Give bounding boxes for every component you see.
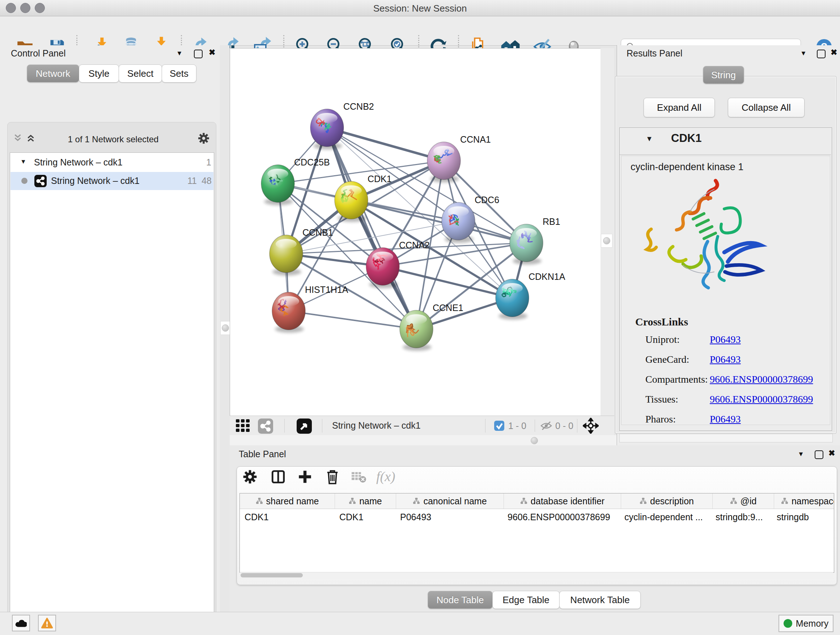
right-splitter-handle[interactable]	[601, 234, 613, 248]
left-splitter[interactable]	[220, 45, 230, 612]
panel-menu-button[interactable]: ▼	[800, 49, 807, 57]
tab-sets[interactable]: Sets	[162, 65, 196, 82]
table-row[interactable]: CDK1CDK1P064939606.ENSP00000378699cyclin…	[240, 509, 834, 525]
column-header-@id[interactable]: @id	[713, 494, 774, 509]
panel-float-button[interactable]	[194, 50, 202, 60]
table-cell: CDK1	[240, 512, 335, 523]
crosslink-tissues-link[interactable]: 9606.ENSP00000378699	[710, 394, 813, 405]
table-panel-title: Table Panel	[239, 449, 286, 459]
node-label-CCNA1: CCNA1	[460, 134, 491, 144]
panel-float-button[interactable]	[815, 450, 823, 461]
panel-close-button[interactable]: ✖	[829, 449, 835, 457]
network-node-CDKN1A[interactable]: CDKN1A	[496, 272, 565, 320]
crosslink-label: Compartments:	[645, 374, 708, 385]
crosslink-label: Pharos:	[645, 413, 676, 425]
selected-count: 1 - 0	[508, 421, 526, 431]
panel-menu-button[interactable]: ▼	[176, 49, 183, 57]
column-header-description[interactable]: description	[621, 494, 713, 509]
network-share-icon	[34, 175, 47, 187]
network-node-CCNB2[interactable]: CCNB2	[310, 101, 374, 149]
tab-style[interactable]: Style	[79, 65, 119, 82]
cloud-status-button[interactable]	[12, 615, 30, 631]
selected-checkbox-icon[interactable]	[494, 420, 505, 431]
column-header-database-identifier[interactable]: database identifier	[504, 494, 621, 509]
crosslink-genecard-link[interactable]: P06493	[710, 354, 741, 365]
network-view-toolbar: String Network – cdk1 1 - 0 0 - 0	[230, 416, 614, 435]
control-panel: Control Panel ▼ ✖ NetworkStyleSelectSets…	[0, 45, 220, 612]
application-window: Session: New Session	[0, 0, 840, 635]
network-list-options-button[interactable]	[197, 132, 210, 146]
crosslink-label: GeneCard:	[645, 354, 689, 365]
results-panel-title: Results Panel	[627, 48, 682, 59]
network-node-CDC6[interactable]: CDC6	[442, 195, 499, 243]
collapse-all-button[interactable]: Collapse All	[728, 98, 805, 117]
network-node-CDK1[interactable]: CDK1	[335, 174, 392, 222]
network-edge[interactable]	[289, 311, 416, 329]
crosslink-pharos-link[interactable]: P06493	[710, 413, 741, 425]
crosslink-compartments-link[interactable]: 9606.ENSP00000378699	[710, 374, 813, 385]
network-share-toggle-icon[interactable]	[258, 418, 273, 434]
table-settings-gear-icon[interactable]	[242, 469, 257, 485]
tab-node-table[interactable]: Node Table	[428, 591, 493, 609]
expand-all-networks-button[interactable]	[26, 133, 35, 144]
grid-view-icon[interactable]	[236, 419, 253, 432]
column-header-namespace[interactable]: namespace	[774, 494, 834, 509]
node-label-CCNA2: CCNA2	[399, 240, 430, 250]
network-node-CCNE1[interactable]: CCNE1	[400, 302, 463, 351]
node-label-CCNE1: CCNE1	[433, 302, 463, 313]
tab-edge-table[interactable]: Edge Table	[493, 591, 560, 609]
collapse-triangle-icon[interactable]: ▼	[20, 158, 27, 165]
scrollbar-thumb[interactable]	[240, 573, 303, 578]
entry-name: CDK1	[671, 132, 701, 145]
add-column-icon[interactable]	[297, 469, 313, 485]
network-node-CCNB1[interactable]: CCNB1	[270, 227, 333, 276]
tab-network-table[interactable]: Network Table	[559, 591, 641, 609]
tab-string[interactable]: String	[703, 66, 744, 84]
table-cell: P06493	[395, 512, 503, 523]
panel-close-button[interactable]: ✖	[831, 49, 837, 57]
tab-select[interactable]: Select	[118, 65, 162, 82]
horizontal-splitter-handle[interactable]	[531, 437, 538, 444]
select-columns-icon[interactable]	[271, 469, 286, 485]
table-horizontal-scrollbar[interactable]	[240, 572, 833, 578]
collapse-all-networks-button[interactable]	[13, 133, 22, 144]
delete-column-trash-icon[interactable]	[325, 469, 340, 485]
panel-close-button[interactable]: ✖	[209, 49, 215, 57]
chevron-double-up-icon	[26, 133, 35, 143]
tab-network[interactable]: Network	[27, 65, 79, 82]
control-panel-title: Control Panel	[11, 48, 65, 59]
right-splitter[interactable]	[600, 48, 614, 416]
column-header-name[interactable]: name	[335, 494, 396, 509]
column-header-canonical-name[interactable]: canonical name	[396, 494, 504, 509]
hidden-count: 0 - 0	[555, 421, 573, 431]
fit-selected-crosshair-icon[interactable]	[583, 418, 599, 434]
network-edge[interactable]	[327, 128, 416, 329]
table-cell: stringdb:9...	[711, 512, 772, 523]
memory-status-dot-icon	[783, 619, 792, 628]
panel-float-button[interactable]	[817, 50, 826, 60]
network-tree: ▼ String Network – cdk1 1 String Network…	[10, 152, 214, 635]
birds-eye-view-icon[interactable]	[297, 418, 312, 434]
status-bar: Memory	[0, 612, 840, 635]
left-splitter-handle[interactable]	[220, 321, 230, 335]
network-tree-selected-row[interactable]: String Network – cdk1 11 48	[11, 172, 213, 190]
function-builder-icon: f(x)	[376, 469, 395, 485]
network-node-RB1[interactable]: RB1	[510, 217, 561, 264]
network-canvas[interactable]: CCNB2CCNA1CDC25BCDK1CDC6RB1CCNB1CCNA2CDK…	[230, 48, 601, 416]
warnings-button[interactable]	[38, 615, 56, 631]
network-node-HIST1H1A[interactable]: HIST1H1A	[272, 285, 348, 333]
chevron-double-down-icon	[13, 133, 22, 143]
entry-collapse-triangle[interactable]: ▼	[646, 135, 653, 143]
network-view-title: String Network – cdk1	[332, 420, 421, 431]
control-panel-tabs: NetworkStyleSelectSets	[27, 65, 196, 82]
column-header-shared-name[interactable]: shared name	[240, 494, 335, 509]
crosslink-uniprot-link[interactable]: P06493	[710, 334, 741, 345]
toolbar-separator	[535, 420, 535, 432]
network-tree-root-row[interactable]: ▼ String Network – cdk1 1	[10, 154, 213, 172]
network-selection-status: 1 of 1 Network selected	[43, 134, 184, 144]
window-title: Session: New Session	[0, 3, 840, 14]
panel-menu-button[interactable]: ▼	[798, 450, 804, 458]
expand-all-button[interactable]: Expand All	[644, 98, 715, 117]
table-tabs: Node TableEdge TableNetwork Table	[428, 591, 641, 609]
memory-button[interactable]: Memory	[778, 615, 834, 632]
